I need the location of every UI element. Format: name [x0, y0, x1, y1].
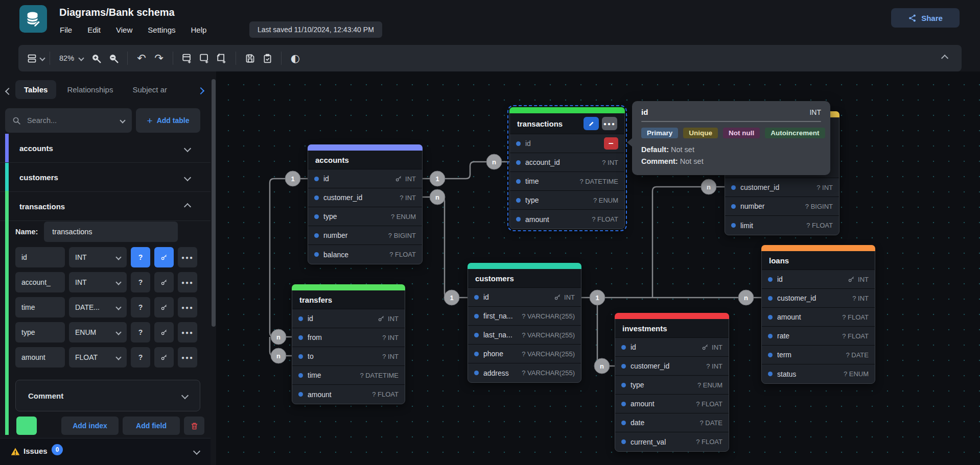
share-button[interactable]: Share — [891, 8, 960, 28]
table-field-row[interactable]: idINT — [468, 288, 581, 307]
delete-table-button[interactable] — [184, 417, 204, 435]
field-name-input[interactable]: type — [15, 322, 65, 342]
search-input[interactable] — [26, 116, 115, 125]
table-field-row[interactable]: address? VARCHAR(255) — [468, 363, 581, 382]
field-name-input[interactable]: amount — [15, 347, 65, 368]
menu-settings[interactable]: Settings — [141, 23, 182, 36]
table-field-row[interactable]: date? DATE — [615, 413, 729, 432]
table-transactions[interactable]: transactions●●●id−account_id? INTtime? D… — [509, 107, 625, 229]
nullable-toggle[interactable]: ? — [131, 297, 150, 317]
sidebar-item-customers[interactable]: customers — [0, 163, 211, 192]
undo-button[interactable]: ↶ — [133, 49, 150, 67]
menu-view[interactable]: View — [109, 23, 139, 36]
table-search-box[interactable] — [5, 108, 132, 133]
table-field-row[interactable]: first_na...? VARCHAR(255) — [468, 307, 581, 326]
nullable-toggle[interactable]: ? — [131, 247, 150, 267]
add-area-tool-button[interactable] — [196, 49, 213, 67]
nullable-toggle[interactable]: ? — [131, 347, 150, 368]
table-field-row[interactable]: to? INT — [292, 347, 405, 366]
table-field-row[interactable]: account_id? INT — [510, 153, 624, 172]
table-field-row[interactable]: customer_id? INT — [308, 188, 422, 207]
table-investments[interactable]: investmentsidINTcustomer_id? INTtype? EN… — [615, 313, 729, 452]
table-field-row[interactable]: idINT — [308, 169, 422, 188]
sidebar-item-transactions[interactable]: transactions — [0, 192, 211, 221]
field-more-options-button[interactable]: ●●● — [178, 297, 197, 317]
collapse-toolbar-button[interactable] — [936, 49, 953, 67]
layout-panels-button[interactable] — [27, 49, 44, 67]
table-field-row[interactable]: number? BIGINT — [308, 226, 422, 245]
add-table-button[interactable]: + Add table — [136, 108, 200, 133]
table-field-row[interactable]: last_na...? VARCHAR(255) — [468, 326, 581, 345]
table-field-row[interactable]: limit? FLOAT — [725, 216, 839, 235]
table-transfers[interactable]: transfersidINTfrom? INTto? INTtime? DATE… — [292, 284, 405, 404]
table-field-row[interactable]: number? BIGINT — [725, 197, 839, 216]
table-accounts[interactable]: accountsidINTcustomer_id? INTtype? ENUMn… — [308, 144, 423, 264]
table-field-row[interactable]: time? DATETIME — [510, 172, 624, 191]
table-field-row[interactable]: amount? FLOAT — [762, 308, 875, 327]
primary-key-toggle[interactable] — [154, 322, 174, 342]
add-field-button[interactable]: Add field — [123, 417, 180, 435]
sidebar-item-accounts[interactable]: accounts — [0, 134, 211, 163]
field-name-input[interactable]: account_ — [15, 272, 65, 292]
table-field-row[interactable]: idINT — [762, 270, 875, 289]
primary-key-toggle[interactable] — [154, 247, 174, 267]
table-field-row[interactable]: customer_id? INT — [725, 178, 839, 197]
delete-field-button[interactable]: − — [604, 137, 618, 150]
commit-button[interactable] — [259, 49, 276, 67]
table-field-row[interactable]: rate? FLOAT — [762, 327, 875, 346]
primary-key-toggle[interactable] — [154, 347, 174, 368]
add-note-tool-button[interactable] — [213, 49, 230, 67]
nullable-toggle[interactable]: ? — [131, 272, 150, 292]
scrollbar-thumb[interactable] — [212, 79, 216, 327]
table-field-row[interactable]: balance? FLOAT — [308, 245, 422, 264]
table-field-row[interactable]: phone? VARCHAR(255) — [468, 345, 581, 363]
table-name-input[interactable] — [44, 222, 178, 242]
table-field-row[interactable]: type? ENUM — [510, 191, 624, 210]
app-logo[interactable] — [19, 5, 47, 33]
table-field-row[interactable]: amount? FLOAT — [615, 395, 729, 413]
save-button[interactable] — [241, 49, 259, 67]
tab-relationships[interactable]: Relationships — [58, 80, 122, 99]
add-index-button[interactable]: Add index — [61, 417, 119, 435]
menu-file[interactable]: File — [53, 23, 79, 36]
table-field-row[interactable]: from? INT — [292, 328, 405, 347]
table-field-row[interactable]: idINT — [615, 338, 729, 357]
table-field-row[interactable]: term? DATE — [762, 346, 875, 364]
comment-section[interactable]: Comment — [15, 380, 200, 411]
field-type-select[interactable]: DATE... — [69, 297, 127, 317]
issues-bar[interactable]: Issues 0 — [0, 438, 211, 465]
table-field-row[interactable]: id− — [510, 134, 624, 153]
table-more-options-button[interactable]: ●●● — [602, 117, 617, 130]
field-type-select[interactable]: INT — [69, 272, 127, 292]
table-field-row[interactable]: amount? FLOAT — [510, 210, 624, 229]
sidebar-scrollbar[interactable] — [211, 77, 216, 444]
primary-key-toggle[interactable] — [154, 272, 174, 292]
theme-toggle-button[interactable]: ◐ — [287, 49, 304, 67]
table-color-swatch[interactable] — [16, 417, 37, 435]
table-field-row[interactable]: customer_id? INT — [615, 357, 729, 376]
field-type-select[interactable]: FLOAT — [69, 347, 127, 368]
tab-tables[interactable]: Tables — [15, 80, 56, 99]
table-loans[interactable]: loansidINTcustomer_id? INTamount? FLOATr… — [761, 245, 875, 384]
table-field-row[interactable]: amount? FLOAT — [292, 385, 405, 404]
field-more-options-button[interactable]: ●●● — [178, 272, 197, 292]
zoom-in-button[interactable] — [87, 49, 105, 67]
field-type-select[interactable]: INT — [69, 247, 127, 267]
table-field-row[interactable]: customer_id? INT — [762, 289, 875, 308]
table-field-row[interactable]: type? ENUM — [615, 376, 729, 395]
field-more-options-button[interactable]: ●●● — [178, 347, 197, 368]
table-field-row[interactable]: type? ENUM — [308, 207, 422, 226]
table-field-row[interactable]: current_val? FLOAT — [615, 432, 729, 451]
table-field-row[interactable]: status? ENUM — [762, 364, 875, 383]
table-customers[interactable]: customersidINTfirst_na...? VARCHAR(255)l… — [468, 263, 581, 383]
menu-edit[interactable]: Edit — [81, 23, 107, 36]
table-field-row[interactable]: time? DATETIME — [292, 366, 405, 385]
table-field-row[interactable]: idINT — [292, 309, 405, 328]
field-name-input[interactable]: id — [15, 247, 65, 267]
field-more-options-button[interactable]: ●●● — [178, 247, 197, 267]
tabs-scroll-right-button[interactable] — [198, 86, 203, 95]
field-name-input[interactable]: time — [15, 297, 65, 317]
field-more-options-button[interactable]: ●●● — [178, 322, 197, 342]
redo-button[interactable]: ↷ — [150, 49, 168, 67]
nullable-toggle[interactable]: ? — [131, 322, 150, 342]
